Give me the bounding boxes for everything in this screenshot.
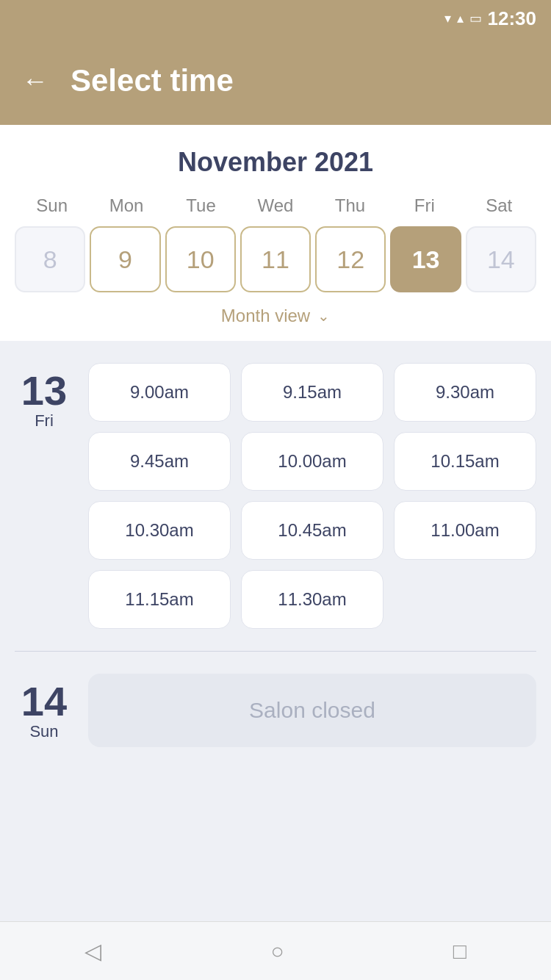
day-name-fri: Fri: [35, 411, 54, 430]
day-header-mon: Mon: [89, 195, 163, 216]
time-slot-945am[interactable]: 9.45am: [88, 432, 231, 491]
time-slot-915am[interactable]: 9.15am: [241, 363, 383, 422]
cal-day-14: 14: [466, 226, 536, 292]
signal-icon: ▴: [457, 10, 464, 26]
cal-day-13[interactable]: 13: [390, 226, 461, 292]
day-number-14: 14: [21, 681, 67, 722]
cal-day-11[interactable]: 11: [240, 226, 311, 292]
day-header-sat: Sat: [462, 195, 536, 216]
bottom-nav: ◁ ○ □: [0, 921, 551, 980]
salon-closed-box: Salon closed: [88, 674, 536, 747]
day-headers: Sun Mon Tue Wed Thu Fri Sat: [15, 195, 536, 216]
header: ← Select time: [0, 37, 551, 125]
time-slot-1045am[interactable]: 10.45am: [241, 501, 383, 560]
calendar-section: November 2021 Sun Mon Tue Wed Thu Fri Sa…: [0, 125, 551, 341]
time-slot-1130am[interactable]: 11.30am: [241, 570, 383, 629]
back-button[interactable]: ←: [22, 68, 48, 94]
day-header-wed: Wed: [238, 195, 312, 216]
month-year: November 2021: [15, 147, 536, 178]
cal-day-9[interactable]: 9: [90, 226, 160, 292]
day-header-tue: Tue: [164, 195, 238, 216]
day-name-sun: Sun: [29, 722, 58, 741]
day-header-sun: Sun: [15, 195, 89, 216]
time-slot-1115am[interactable]: 11.15am: [88, 570, 231, 629]
day-block-13: 13 Fri 9.00am 9.15am 9.30am 9.45am 10.00…: [15, 363, 536, 629]
time-section: 13 Fri 9.00am 9.15am 9.30am 9.45am 10.00…: [0, 341, 551, 921]
status-icons: ▾ ▴ ▭ 12:30: [444, 7, 537, 30]
wifi-icon: ▾: [444, 10, 451, 26]
calendar-days: 8 9 10 11 12 13 14: [15, 226, 536, 292]
day-header-thu: Thu: [313, 195, 387, 216]
time-slot-900am[interactable]: 9.00am: [88, 363, 231, 422]
time-slot-1000am[interactable]: 10.00am: [241, 432, 383, 491]
home-nav-icon[interactable]: ○: [270, 939, 284, 964]
time-slot-930am[interactable]: 9.30am: [394, 363, 536, 422]
day-label-13: 13 Fri: [15, 363, 73, 629]
page-title: Select time: [71, 63, 234, 98]
status-bar: ▾ ▴ ▭ 12:30: [0, 0, 551, 37]
month-view-label: Month view: [221, 306, 310, 326]
battery-icon: ▭: [469, 10, 482, 26]
day-number-13: 13: [21, 370, 67, 411]
cal-day-8: 8: [15, 226, 85, 292]
cal-day-10[interactable]: 10: [165, 226, 236, 292]
day-header-fri: Fri: [387, 195, 461, 216]
day-label-14: 14 Sun: [15, 674, 73, 747]
status-time: 12:30: [488, 7, 537, 30]
month-view-toggle[interactable]: Month view ⌄: [15, 306, 536, 326]
time-slots-grid-13: 9.00am 9.15am 9.30am 9.45am 10.00am 10.1…: [88, 363, 536, 629]
chevron-down-icon: ⌄: [317, 307, 330, 325]
time-slot-1030am[interactable]: 10.30am: [88, 501, 231, 560]
cal-day-12[interactable]: 12: [315, 226, 386, 292]
divider: [15, 651, 536, 652]
day-block-14: 14 Sun Salon closed: [15, 674, 536, 747]
salon-closed-label: Salon closed: [249, 698, 375, 723]
recent-nav-icon[interactable]: □: [453, 939, 467, 964]
time-slot-1015am[interactable]: 10.15am: [394, 432, 536, 491]
time-slot-1100am[interactable]: 11.00am: [394, 501, 536, 560]
back-nav-icon[interactable]: ◁: [84, 938, 101, 964]
